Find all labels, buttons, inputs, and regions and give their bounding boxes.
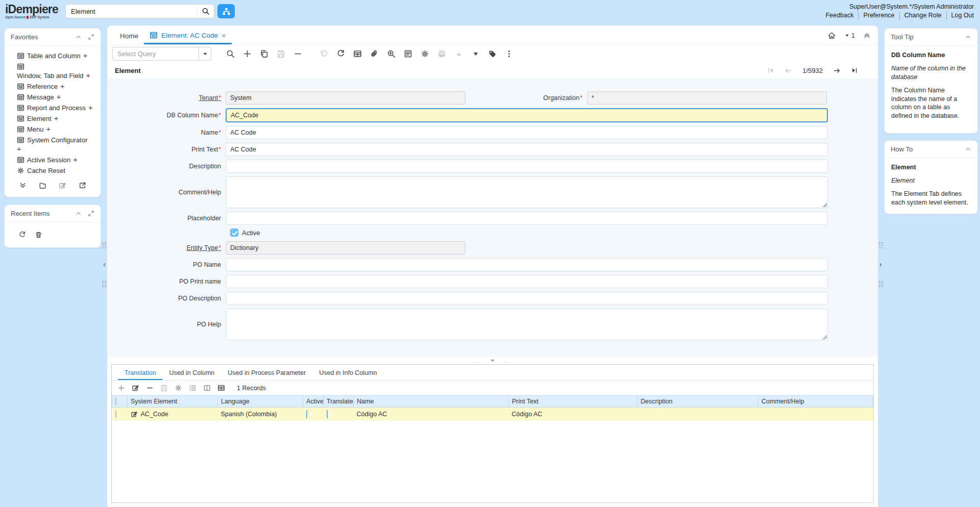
howto-collapse-button[interactable] — [965, 146, 971, 153]
select-all-checkbox[interactable] — [115, 397, 116, 405]
detail-quick-entry-button[interactable] — [187, 383, 199, 394]
tab-close-icon[interactable]: × — [222, 32, 226, 39]
po-name-field[interactable] — [226, 258, 828, 271]
print-text-field[interactable] — [226, 143, 828, 156]
global-search-input[interactable] — [66, 8, 197, 15]
placeholder-field[interactable] — [226, 212, 828, 225]
requery-button[interactable] — [334, 47, 348, 61]
edit-row-icon[interactable] — [131, 411, 138, 418]
column-header-language[interactable]: Language — [218, 396, 303, 408]
detail-tab-translation[interactable]: Translation — [118, 366, 162, 380]
delete-record-button[interactable] — [291, 47, 305, 61]
entity-type-label[interactable]: Entity Type* — [107, 244, 226, 251]
resize-grip-icon[interactable] — [822, 202, 827, 207]
collapse-left-icon[interactable] — [103, 263, 105, 267]
detail-customize-button[interactable] — [201, 383, 213, 394]
collapse-down-icon[interactable] — [491, 360, 495, 362]
column-header-name[interactable]: Name — [354, 396, 509, 408]
column-header-system-element[interactable]: System Element — [128, 396, 218, 408]
favorites-collapse-button[interactable] — [75, 34, 82, 40]
organization-field[interactable] — [587, 91, 827, 105]
splitter-grip[interactable] — [102, 242, 106, 248]
detail-tab-used-in-info-column[interactable]: Used in Info Column — [312, 366, 383, 380]
tab-home[interactable]: Home — [114, 28, 144, 44]
splitter-grip[interactable] — [102, 281, 106, 287]
recent-collapse-button[interactable] — [75, 210, 82, 217]
trash-icon[interactable] — [35, 231, 42, 239]
save-button[interactable] — [274, 47, 288, 61]
detail-save-button[interactable] — [158, 383, 170, 394]
open-windows-selector[interactable]: 1 — [844, 32, 855, 39]
help-splitter[interactable] — [878, 22, 884, 507]
grid-toggle-button[interactable] — [351, 47, 364, 61]
splitter-grip[interactable] — [879, 242, 883, 248]
detail-delete-button[interactable] — [144, 383, 156, 394]
organization-label[interactable]: Organization* — [465, 94, 587, 102]
app-logo[interactable]: iDempiere Open Source ERP System — [5, 4, 58, 19]
favorite-add-icon[interactable]: + — [17, 145, 21, 153]
detail-grid-toggle-button[interactable] — [215, 383, 227, 394]
column-header-comment-help[interactable]: Comment/Help — [758, 396, 873, 408]
table-row[interactable]: AC_Code Spanish (Colombia) Código AC Cód… — [112, 408, 873, 421]
favorite-add-icon[interactable]: + — [46, 125, 51, 133]
copy-record-button[interactable] — [257, 47, 271, 61]
column-header-print-text[interactable]: Print Text — [509, 396, 638, 408]
collapse-right-icon[interactable] — [880, 263, 882, 267]
change-role-link[interactable]: Change Role — [900, 11, 947, 20]
detail-record-button[interactable] — [469, 47, 482, 61]
menu-tree-button[interactable] — [217, 4, 235, 18]
favorite-add-icon[interactable]: + — [88, 104, 92, 112]
detail-tab-used-in-column[interactable]: Used in Column — [162, 366, 221, 380]
favorite-add-icon[interactable]: + — [86, 72, 90, 80]
detail-edit-button[interactable] — [130, 383, 141, 394]
favorite-add-icon[interactable]: + — [73, 156, 77, 164]
column-header-active[interactable]: Active — [303, 396, 324, 408]
parent-record-button[interactable] — [452, 47, 465, 61]
column-header-description[interactable]: Description — [638, 396, 758, 408]
refresh-icon[interactable] — [18, 231, 26, 239]
new-record-button[interactable] — [240, 47, 254, 61]
active-checkbox[interactable] — [230, 229, 238, 237]
zoom-across-button[interactable] — [384, 47, 398, 61]
favorite-item-menu[interactable]: Menu + — [5, 124, 101, 135]
db-column-name-field[interactable] — [226, 108, 828, 122]
favorite-add-icon[interactable]: + — [54, 115, 58, 122]
folder-icon[interactable] — [39, 182, 46, 189]
recent-expand-button[interactable] — [88, 210, 94, 217]
comment-help-field[interactable] — [226, 176, 828, 208]
first-record-button[interactable] — [767, 67, 774, 74]
favorite-add-icon[interactable]: + — [57, 93, 61, 101]
select-query-combobox[interactable]: Select Query — [112, 47, 211, 61]
favorite-add-icon[interactable]: + — [60, 83, 64, 90]
collapse-header-icon[interactable] — [863, 32, 871, 39]
favorite-item-system-configurator[interactable]: System Configurator + — [5, 135, 101, 155]
detail-new-button[interactable] — [115, 383, 127, 394]
print-button[interactable] — [435, 47, 449, 61]
process-button[interactable] — [418, 47, 432, 61]
logout-link[interactable]: Log Out — [947, 11, 974, 20]
cell-translated-checkbox[interactable] — [327, 410, 328, 418]
detail-tab-used-in-process-parameter[interactable]: Used in Process Parameter — [221, 366, 312, 380]
favorite-item-window-tab-field[interactable]: Window, Tab and Field + — [5, 61, 101, 81]
tenant-field[interactable] — [226, 91, 465, 105]
favorite-item-report-and-process[interactable]: Report and Process + — [5, 103, 101, 113]
tooltip-collapse-button[interactable] — [965, 34, 971, 40]
po-description-field[interactable] — [226, 292, 828, 305]
favorite-item-element[interactable]: Element + — [5, 113, 101, 124]
report-button[interactable] — [401, 47, 415, 61]
favorites-expand-button[interactable] — [88, 34, 94, 40]
po-print-name-field[interactable] — [226, 275, 828, 288]
entity-type-field[interactable] — [226, 241, 465, 255]
tenant-label[interactable]: Tenant* — [107, 94, 226, 102]
attachment-button[interactable] — [368, 47, 381, 61]
sidebar-splitter[interactable] — [101, 22, 107, 507]
share-icon[interactable] — [79, 182, 86, 189]
resize-grip-icon[interactable] — [822, 335, 827, 339]
find-record-button[interactable] — [224, 47, 237, 61]
form-detail-splitter[interactable]: ... ... — [107, 357, 878, 364]
select-query-value[interactable]: Select Query — [112, 47, 199, 61]
previous-record-button[interactable] — [785, 67, 792, 74]
select-query-dropdown-button[interactable] — [199, 47, 211, 61]
favorite-item-table-and-column[interactable]: Table and Column + — [5, 50, 101, 61]
splitter-grip[interactable] — [879, 281, 883, 287]
